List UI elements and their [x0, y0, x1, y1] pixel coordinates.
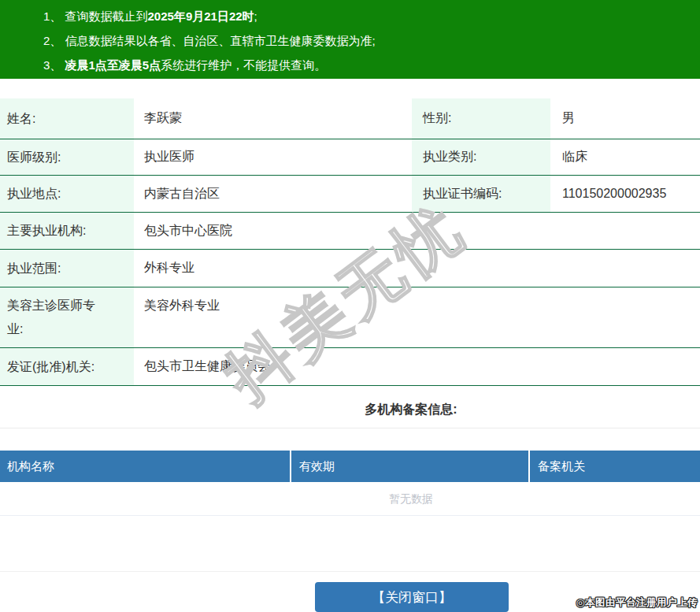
info-row: 姓名: 李跃蒙 性别: 男: [0, 98, 700, 139]
field-value: 包头市中心医院: [134, 213, 700, 249]
field-value: 男: [550, 98, 700, 139]
multi-org-section-title: 多机构备案信息:: [122, 398, 700, 421]
field-label: 执业范围:: [0, 250, 134, 287]
info-row: 医师级别: 执业医师 执业类别: 临床: [0, 139, 700, 176]
field-label: 性别:: [412, 98, 550, 139]
field-label: 执业证书编码:: [412, 176, 550, 212]
field-label: 美容主诊医师专业:: [0, 287, 134, 347]
field-value: 内蒙古自治区: [134, 176, 412, 212]
field-value: 李跃蒙: [134, 98, 412, 139]
field-value: 外科专业: [134, 250, 700, 287]
info-row: 发证(批准)机关: 包头市卫生健康委员会: [0, 348, 700, 386]
notice-line: 1、 查询数据截止到2025年9月21日22时;: [43, 4, 700, 28]
notice-line: 2、 信息数据结果以各省、自治区、直辖市卫生健康委数据为准;: [43, 28, 700, 53]
column-header-validity: 有效期: [291, 451, 530, 482]
field-label: 发证(批准)机关:: [0, 348, 134, 385]
upload-credit-watermark: ◎本图由平台注册用户上传: [576, 596, 698, 610]
field-label: 执业类别:: [412, 139, 550, 175]
field-value: 110150200002935: [550, 176, 700, 212]
notice-line: 3、 凌晨1点至凌晨5点系统进行维护，不能提供查询。: [43, 53, 700, 77]
info-row: 主要执业机构: 包头市中心医院: [0, 213, 700, 250]
field-label: 姓名:: [0, 98, 134, 139]
field-value: 执业医师: [134, 139, 412, 175]
column-header-org-name: 机构名称: [0, 451, 291, 482]
info-row: 执业地点: 内蒙古自治区 执业证书编码: 110150200002935: [0, 176, 700, 213]
info-row: 美容主诊医师专业: 美容外科专业: [0, 287, 700, 348]
column-header-authority: 备案机关: [530, 451, 700, 482]
field-label: 医师级别:: [0, 139, 134, 175]
section-divider: [0, 428, 700, 428]
footer-divider: [0, 571, 700, 572]
multi-org-record-table: 机构名称 有效期 备案机关 暂无数据: [0, 451, 700, 516]
empty-state-text: 暂无数据: [0, 482, 700, 516]
info-row: 执业范围: 外科专业: [0, 250, 700, 287]
practitioner-info-table: 姓名: 李跃蒙 性别: 男 医师级别: 执业医师 执业类别: 临床 执业地点: …: [0, 98, 700, 386]
field-label: 执业地点:: [0, 176, 134, 212]
close-window-button[interactable]: 【关闭窗口】: [315, 582, 509, 612]
field-value: 美容外科专业: [134, 287, 700, 347]
field-value: 包头市卫生健康委员会: [134, 348, 700, 385]
field-label: 主要执业机构:: [0, 213, 134, 249]
field-value: 临床: [550, 139, 700, 175]
record-table-header: 机构名称 有效期 备案机关: [0, 451, 700, 482]
notice-banner: 1、 查询数据截止到2025年9月21日22时; 2、 信息数据结果以各省、自治…: [0, 0, 700, 79]
